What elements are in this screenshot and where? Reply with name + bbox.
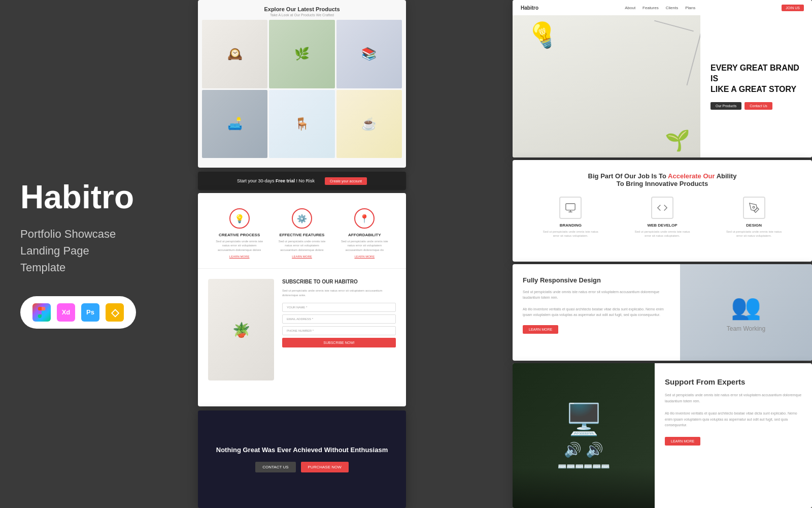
brand-title: Habitro — [20, 179, 173, 215]
hero-products-btn[interactable]: Our Products — [710, 102, 741, 110]
screenshot-hero: Habitro About Features Clients Plans JOI… — [513, 0, 812, 157]
responsive-text: Fully Responsive Design Sed ut perspicia… — [513, 264, 680, 361]
tool-badge: Xd Ps ◇ — [20, 296, 136, 329]
feature-creative: 💡 CREATIVE PROCESS Sed ut perspiciatis u… — [214, 208, 265, 258]
features-grid: 💡 CREATIVE PROCESS Sed ut perspiciatis u… — [198, 193, 406, 269]
ps-icon: Ps — [81, 303, 99, 322]
svg-rect-0 — [566, 204, 575, 210]
contact-us-btn[interactable]: CONTACT US — [255, 462, 295, 472]
phone-field[interactable]: PHONE NUMBER * — [282, 326, 396, 335]
subscribe-desc: Sed ut perspiciatis unde omnis iste natu… — [282, 289, 396, 298]
cta-bar: Start your 30-days Free trial ! No Risk … — [198, 172, 406, 190]
hero-join-btn[interactable]: JOIN US — [782, 5, 804, 11]
bottom-cta: Nothing Great Was Ever Achieved Without … — [198, 410, 406, 508]
product-cell-3: 📚 — [336, 20, 402, 88]
nav-about: About — [625, 6, 635, 10]
design-desc: Sed ut perspiciatis unde omnis iste natu… — [724, 230, 785, 238]
products-subtitle: Take A Look at Our Products We Crafted — [203, 13, 401, 17]
accel-design: DESIGN Sed ut perspiciatis unde omnis is… — [724, 197, 785, 238]
subscribe-section: & 🪴 SUBSCRIBE TO OUR HABITRO Sed ut pers… — [198, 269, 406, 391]
subscribe-form: SUBSCRIBE TO OUR HABITRO Sed ut perspici… — [282, 279, 396, 380]
hero-nav: Habitro About Features Clients Plans JOI… — [513, 0, 812, 15]
hero-contact-btn[interactable]: Contact Us — [745, 102, 772, 110]
hero-body: 💡 🌱 EVERY GREAT BRAND ISLIKE A GREAT STO… — [513, 15, 812, 157]
nav-clients: Clients — [666, 6, 678, 10]
product-cell-5: 🪑 — [269, 90, 334, 158]
products-grid: 🕰️ 🌿 📚 🛋️ 🪑 ☕ — [198, 20, 406, 162]
bottom-cta-buttons: CONTACT US PURCHASE NOW — [255, 462, 349, 472]
feature-afford: 📍 AFFORDABILITY Sed ut perspiciatis unde… — [339, 208, 390, 258]
hero-buttons: Our Products Contact Us — [710, 102, 802, 110]
screenshot-support: 🖥️ 🔊 🔊 ⌨️⌨️⌨️⌨️⌨️⌨️ Support From Experts… — [513, 363, 812, 508]
support-image: 🖥️ 🔊 🔊 ⌨️⌨️⌨️⌨️⌨️⌨️ — [513, 363, 655, 508]
design-icon — [743, 197, 765, 219]
purchase-now-btn[interactable]: PURCHASE NOW — [301, 462, 349, 472]
accel-branding: BRANDING Sed ut perspiciatis unde omnis … — [540, 197, 601, 238]
responsive-btn[interactable]: LEARN MORE — [523, 325, 558, 334]
feature-effective-desc: Sed ut perspiciatis unde omnis iste natu… — [277, 239, 327, 252]
accel-webdev: WEB DEVELOP Sed ut perspiciatis unde omn… — [632, 197, 693, 238]
hero-nav-links: About Features Clients Plans — [625, 6, 695, 10]
screenshot-features: 💡 CREATIVE PROCESS Sed ut perspiciatis u… — [198, 193, 406, 406]
hero-headline: EVERY GREAT BRAND ISLIKE A GREAT STORY — [710, 63, 802, 94]
product-cell-2: 🌿 — [269, 20, 334, 88]
nav-features: Features — [642, 6, 659, 10]
feature-creative-title: CREATIVE PROCESS — [214, 233, 265, 237]
cta-text: Start your 30-days Free trial ! No Risk — [237, 178, 315, 183]
subscribe-btn[interactable]: SUBSCRIBE NOW! — [282, 338, 396, 347]
support-image-overlay — [513, 467, 655, 508]
people-working: 👥 Team Working — [680, 264, 812, 361]
branding-icon — [559, 197, 582, 219]
svg-point-1 — [753, 206, 755, 208]
hero-text: EVERY GREAT BRAND ISLIKE A GREAT STORY O… — [700, 15, 812, 157]
left-panel: Habitro Portfolio ShowcaseLanding PageTe… — [0, 0, 193, 508]
nav-plans: Plans — [685, 6, 695, 10]
sketch-icon: ◇ — [106, 303, 124, 322]
brand-subtitle: Portfolio ShowcaseLanding PageTemplate — [20, 226, 173, 276]
feature-creative-desc: Sed ut perspiciatis unde omnis iste natu… — [214, 239, 265, 252]
webdev-title: WEB DEVELOP — [632, 223, 693, 228]
product-cell-6: ☕ — [336, 90, 402, 158]
branding-desc: Sed ut perspiciatis unde omnis iste natu… — [540, 230, 601, 238]
screenshot-responsive: Fully Responsive Design Sed ut perspicia… — [513, 264, 812, 361]
feature-effective: ⚙️ EFFECTIVE FEATURES Sed ut perspiciati… — [277, 208, 327, 258]
feature-effective-link[interactable]: LEARN MORE — [277, 255, 327, 258]
products-header: Explore Our Latest Products Take A Look … — [198, 0, 406, 20]
figma-icon — [32, 303, 51, 322]
feature-creative-link[interactable]: LEARN MORE — [214, 255, 265, 258]
support-desc: Sed ut perspiciatis unde omnis iste natu… — [665, 392, 802, 428]
support-title: Support From Experts — [665, 377, 802, 386]
feature-afford-link[interactable]: LEARN MORE — [339, 255, 390, 258]
name-field[interactable]: YOUR NAME * — [282, 303, 396, 312]
webdev-desc: Sed ut perspiciatis unde omnis iste natu… — [632, 230, 693, 238]
responsive-image: 👥 Team Working — [680, 264, 812, 361]
screenshot-accelerate: Big Part Of Our Job Is To Accelerate Our… — [513, 160, 812, 262]
feature-afford-title: AFFORDABILITY — [339, 233, 390, 237]
support-text: Support From Experts Sed ut perspiciatis… — [655, 363, 812, 508]
hero-nav-brand: Habitro — [521, 5, 538, 11]
products-title: Explore Our Latest Products — [203, 6, 401, 12]
responsive-desc: Sed ut perspiciatis unde omnis iste natu… — [523, 289, 670, 318]
feature-afford-desc: Sed ut perspiciatis unde omnis iste natu… — [339, 239, 390, 252]
branding-title: BRANDING — [540, 223, 601, 228]
right-area: Explore Our Latest Products Take A Look … — [193, 0, 812, 508]
screenshot-products: Explore Our Latest Products Take A Look … — [198, 0, 406, 168]
email-field[interactable]: EMAIL ADDRESS * — [282, 314, 396, 324]
afford-icon: 📍 — [354, 208, 375, 229]
design-title: DESIGN — [724, 223, 785, 228]
creative-icon: 💡 — [229, 208, 250, 229]
product-cell-1: 🕰️ — [202, 20, 267, 88]
bottom-cta-title: Nothing Great Was Ever Achieved Without … — [216, 446, 388, 454]
xd-icon: Xd — [57, 303, 75, 322]
responsive-title: Fully Responsive Design — [523, 276, 670, 284]
hero-image: 💡 🌱 — [513, 15, 700, 157]
subscribe-title: SUBSCRIBE TO OUR HABITRO — [282, 279, 396, 284]
product-cell-4: 🛋️ — [202, 90, 267, 158]
webdev-icon — [651, 197, 673, 219]
cta-btn[interactable]: Create your account — [325, 177, 367, 185]
effective-icon: ⚙️ — [292, 208, 312, 229]
subscribe-image: & 🪴 — [208, 279, 274, 380]
accel-title: Big Part Of Our Job Is To Accelerate Our… — [525, 172, 800, 187]
support-btn[interactable]: LEARN MORE — [665, 437, 700, 446]
feature-effective-title: EFFECTIVE FEATURES — [277, 233, 327, 237]
